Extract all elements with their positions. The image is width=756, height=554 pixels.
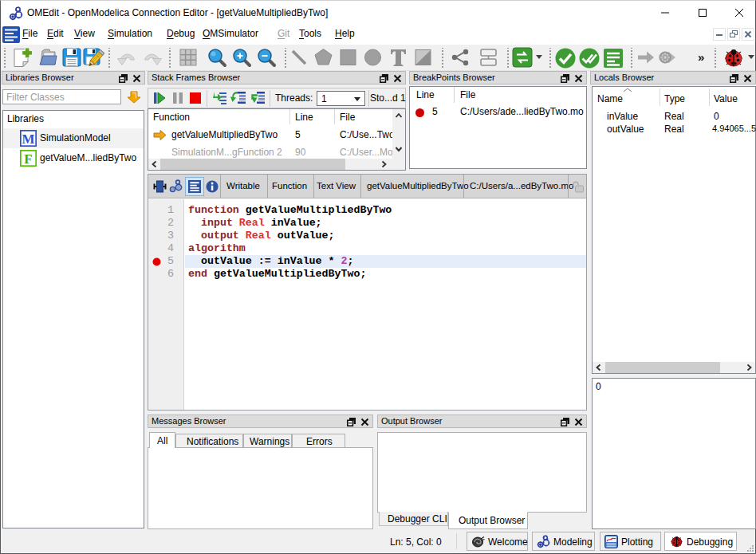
- svg-text:M: M: [22, 132, 34, 147]
- svg-text:F: F: [24, 151, 32, 167]
